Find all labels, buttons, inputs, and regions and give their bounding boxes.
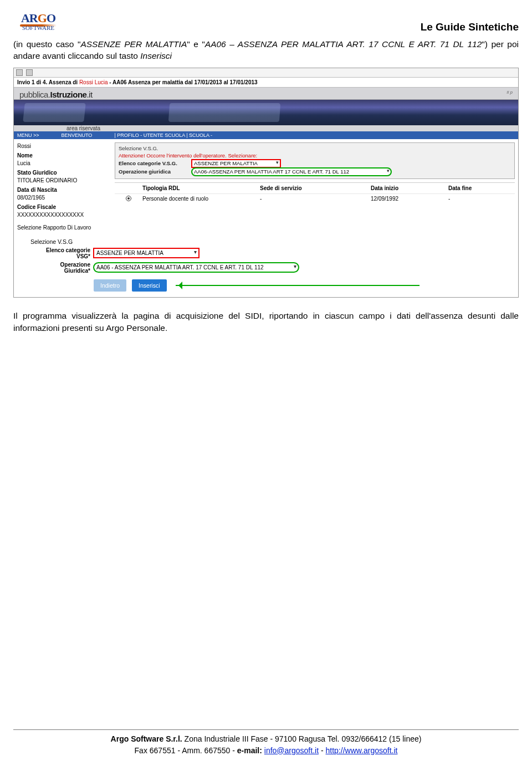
menu-link[interactable]: MENU >> xyxy=(17,132,39,138)
page-footer: Argo Software S.r.l. Zona Industriale II… xyxy=(13,729,519,756)
selection-box-top: Selezione V.S.G. Attenzione! Occorre l'i… xyxy=(115,142,515,179)
tool-icon[interactable] xyxy=(16,69,23,76)
dropdown-operazione-bottom[interactable]: AA06 - ASSENZA PER MALATTIA ART. 17 CCNL… xyxy=(94,263,299,272)
page-header: ARGO SOFTWARE Le Guide Sintetiche xyxy=(13,11,519,33)
person-details: Rossi Nome Lucia Stato Giuridico TITOLAR… xyxy=(17,142,111,232)
table-row[interactable]: Personale docente di ruolo - 12/09/1992 … xyxy=(115,193,515,204)
logo-text-g: G xyxy=(38,11,47,25)
green-arrow xyxy=(176,285,420,286)
tool-icon[interactable] xyxy=(26,69,33,76)
embedded-screenshot: Invio 1 di 4. Assenza di Rossi Lucia - A… xyxy=(13,68,519,298)
logo-text-ar: AR xyxy=(21,11,38,25)
indietro-button[interactable]: Indietro xyxy=(94,279,126,292)
dropdown-operazione-top[interactable]: AA06-ASSENZA PER MALATTIA ART 17 CCNL E … xyxy=(192,168,391,176)
inserisci-button[interactable]: Inserisci xyxy=(132,279,167,292)
dropdown-categorie-top[interactable]: ASSENZE PER MALATTIA xyxy=(192,160,280,167)
footer-url-link[interactable]: http://www.argosoft.it xyxy=(326,746,398,755)
paragraph-2: Il programma visualizzerà la pagina di a… xyxy=(13,310,519,334)
doc-title: Le Guide Sintetiche xyxy=(421,21,519,33)
footer-email-link[interactable]: info@argosoft.it xyxy=(264,746,319,755)
welcome-label: BENVENUTO xyxy=(62,132,93,138)
logo-sub: SOFTWARE xyxy=(22,24,54,31)
dropdown-categorie-bottom[interactable]: ASSENZE PER MALATTIA xyxy=(94,248,199,258)
name-highlight: Rossi Lucia xyxy=(79,79,108,85)
area-riservata-label: area riservata xyxy=(14,125,518,131)
warning-text: Attenzione! Occorre l'intervento dell'op… xyxy=(119,152,511,159)
form-area: Rossi Nome Lucia Stato Giuridico TITOLAR… xyxy=(14,139,518,235)
selection-vsg-bottom: Selezione V.S.G Elenco categorieVSG* ASS… xyxy=(14,235,518,297)
istruzione-band: pubblica.Istruzione.it Il p xyxy=(14,88,518,100)
shot-info-bar: Invio 1 di 4. Assenza di Rossi Lucia - A… xyxy=(14,78,518,88)
menu-bar: MENU >> BENVENUTO | PROFILO - UTENTE SCU… xyxy=(14,131,518,139)
argo-logo: ARGO SOFTWARE xyxy=(13,11,63,31)
profile-links[interactable]: | PROFILO - UTENTE SCUOLA | SCUOLA - xyxy=(114,132,212,138)
paragraph-1: (in questo caso "ASSENZE PER MALATTIA" e… xyxy=(13,39,519,62)
radio-selected[interactable] xyxy=(126,196,131,201)
shot-toolbar xyxy=(14,68,518,78)
rdl-table: Tipologia RDL Sede di servizio Data iniz… xyxy=(115,182,515,204)
logo-text-o: O xyxy=(47,11,55,25)
footer-company: Argo Software S.r.l. xyxy=(111,734,182,743)
hero-banner xyxy=(14,100,518,125)
